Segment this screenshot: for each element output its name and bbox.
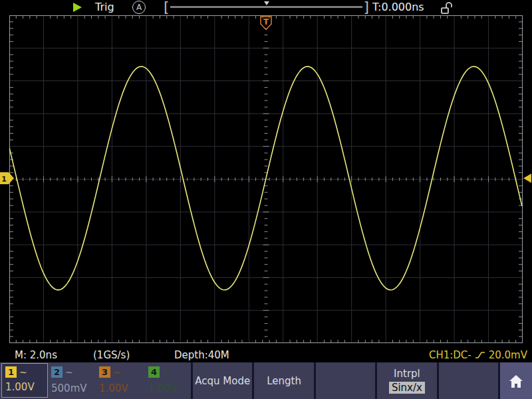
horizontal-position-bar[interactable]: [ ] [164,0,369,14]
channel-3-coupling: ~ [113,367,121,378]
trigger-source-label: CH1:DC- [429,349,471,361]
softkey-length[interactable]: Length [252,362,313,399]
channel-3-scale: 1.00V [99,382,128,394]
svg-text:T: T [263,17,269,27]
channel-2-badge: 2 [51,366,63,378]
softkey-empty-1[interactable] [314,362,375,399]
channel-2-coupling: ~ [65,367,73,378]
oscilloscope-screen: Trig A [ ] T:0.000ns T 1 M: 2.0ns (1GS/s… [0,0,532,399]
softkey-intrpl[interactable]: Intrpl Sinx/x [375,362,436,399]
ch1-zero-level-marker-icon[interactable]: 1 [0,172,15,184]
channel-1-badge: 1 [5,366,17,378]
home-icon [508,374,524,388]
trigger-level-marker-icon[interactable] [523,173,532,184]
auto-trigger-mode-icon: A [132,1,146,14]
position-bar-right-bracket: ] [363,1,369,14]
position-marker-icon[interactable] [264,1,269,5]
channel-3-indicator[interactable]: 3 ~ 1.00V [98,366,129,395]
trigger-readout: CH1:DC- 20.0mV [429,349,527,361]
trigger-status-label: Trig [95,1,114,13]
channel-1-indicator[interactable]: 1 ~ 1.00V [1,363,48,398]
channel-4-coupling: ~ [162,367,170,378]
channel-4-scale: 1.00V [148,382,178,394]
softkey-acqu-mode[interactable]: Acqu Mode [191,362,252,399]
timebase-readout: M: 2.0ns [15,349,57,361]
position-bar-left-bracket: [ [164,1,170,14]
status-bar: M: 2.0ns (1GS/s) Depth:40M CH1:DC- 20.0m… [0,348,532,362]
run-state-play-icon[interactable] [73,3,82,12]
softkey-empty-2[interactable] [437,362,498,399]
channel-1-coupling: ~ [19,367,27,378]
trigger-level-readout: 20.0mV [489,349,527,361]
channel-3-badge: 3 [99,366,110,378]
trigger-time-offset: T:0.000ns [372,1,424,13]
unlock-icon [440,1,452,15]
waveform-display [9,15,523,343]
channel-4-badge: 4 [148,366,160,378]
sample-rate-readout: (1GS/s) [93,349,130,361]
trigger-position-marker-icon[interactable]: T [259,16,273,31]
record-depth-readout: Depth:40M [174,349,229,361]
home-button[interactable] [498,362,532,399]
channel-2-scale: 500mV [51,382,87,394]
svg-text:1: 1 [1,175,7,184]
top-bar: Trig A [ ] T:0.000ns [0,0,532,15]
channel-4-indicator[interactable]: 4 ~ 1.00V [148,366,178,395]
intrpl-selected-value: Sinx/x [389,382,425,394]
channel-1-scale: 1.00V [5,381,44,393]
position-bar-line [170,6,363,8]
softkey-menu-bar: 1 ~ 1.00V 2 ~ 500mV 3 ~ 1.00V [0,362,532,399]
rising-edge-icon [475,350,485,360]
channel-status-area: 1 ~ 1.00V 2 ~ 500mV 3 ~ 1.00V [0,362,191,399]
channel-2-indicator[interactable]: 2 ~ 500mV [51,366,88,395]
